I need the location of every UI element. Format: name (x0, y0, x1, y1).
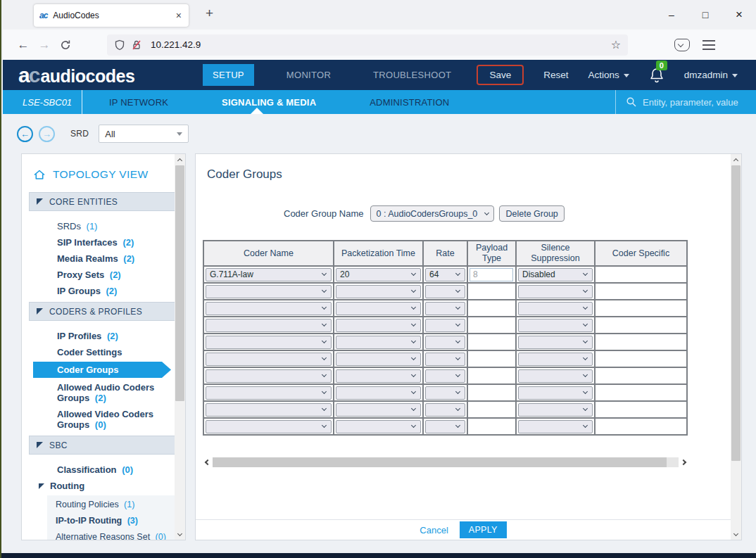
sidebar-section-coders-profiles[interactable]: CODERS & PROFILES (29, 302, 179, 321)
sidebar-scrollbar[interactable] (175, 154, 185, 540)
silence-suppression-select[interactable] (518, 302, 593, 315)
browser-tab[interactable]: ac AudioCodes × (34, 4, 189, 27)
coder-name-select[interactable]: G.711A-law (206, 268, 332, 281)
scroll-down-icon[interactable] (731, 529, 741, 540)
packetization-time-select[interactable] (336, 353, 421, 366)
cancel-button[interactable]: Cancel (420, 525, 448, 535)
coder-name-select[interactable] (206, 403, 332, 417)
tab-ip-network[interactable]: IP NETWORK (82, 97, 195, 108)
scroll-up-icon[interactable] (175, 154, 185, 165)
rate-select[interactable] (425, 336, 465, 349)
insecure-lock-icon[interactable] (131, 39, 142, 51)
rate-select[interactable] (425, 319, 465, 332)
coder-group-name-select[interactable]: 0 : AudioCodersGroups_0 (370, 205, 494, 222)
global-search[interactable] (615, 90, 756, 114)
packetization-time-select[interactable]: 20 (336, 268, 421, 281)
packetization-time-select[interactable] (336, 285, 421, 298)
scroll-left-icon[interactable] (203, 460, 213, 464)
sidebar-item-alternative-reasons-set[interactable]: Alternative Reasons Set (0) (47, 529, 179, 540)
silence-suppression-select[interactable] (518, 336, 593, 349)
coder-name-select[interactable] (206, 420, 332, 433)
sidebar-item-media-realms[interactable]: Media Realms (2) (22, 251, 185, 267)
browser-forward-button[interactable]: → (34, 38, 55, 52)
sidebar-section-core-entities[interactable]: CORE ENTITIES (29, 192, 179, 211)
rate-select[interactable] (425, 386, 465, 400)
audiocodes-logo[interactable]: ac audiocodes (18, 63, 187, 87)
notification-bell-icon[interactable]: 0 (649, 67, 664, 84)
rate-select[interactable] (425, 302, 465, 315)
packetization-time-select[interactable] (336, 336, 421, 349)
rate-select[interactable] (425, 285, 465, 298)
coder-name-select[interactable] (206, 319, 332, 332)
sidebar-item-allowed-audio-coders-groups[interactable]: Allowed Audio Coders Groups (2) (22, 379, 185, 406)
sidebar-item-routing[interactable]: Routing (22, 478, 185, 494)
search-input[interactable] (643, 97, 756, 108)
scroll-right-icon[interactable] (679, 460, 688, 464)
device-name[interactable]: LSE-SBC01 (23, 97, 73, 108)
coder-name-select[interactable] (206, 353, 332, 366)
navigate-back-icon[interactable]: ← (17, 126, 33, 142)
scrollbar-thumb[interactable] (175, 165, 184, 401)
navigate-forward-icon[interactable]: → (39, 126, 55, 142)
reload-icon[interactable] (55, 39, 76, 51)
silence-suppression-select[interactable] (518, 353, 593, 366)
menu-item-setup[interactable]: SETUP (203, 64, 254, 86)
silence-suppression-select[interactable] (518, 403, 593, 417)
rate-select[interactable] (425, 403, 465, 417)
coder-name-select[interactable] (206, 336, 332, 349)
shield-icon[interactable] (114, 39, 125, 51)
sidebar-item-ip-profiles[interactable]: IP Profiles (2) (22, 328, 185, 344)
actions-dropdown[interactable]: Actions (588, 70, 629, 80)
rate-select[interactable] (425, 420, 465, 433)
sidebar-item-ip-groups[interactable]: IP Groups (2) (22, 283, 185, 299)
window-maximize-button[interactable]: □ (688, 0, 722, 30)
menu-item-troubleshoot[interactable]: TROUBLESHOOT (363, 64, 461, 86)
sidebar-item-srds[interactable]: SRDs (1) (22, 218, 185, 234)
scrollbar-thumb[interactable] (213, 457, 667, 467)
sidebar-section-sbc[interactable]: SBC (29, 436, 179, 455)
silence-suppression-select[interactable] (518, 420, 593, 433)
save-button[interactable]: Save (477, 65, 524, 85)
window-close-button[interactable]: × (722, 0, 756, 30)
sidebar-item-proxy-sets[interactable]: Proxy Sets (2) (22, 267, 185, 283)
coder-name-select[interactable] (206, 369, 332, 383)
packetization-time-select[interactable] (336, 386, 421, 400)
menu-hamburger-icon[interactable] (703, 44, 715, 46)
packetization-time-select[interactable] (336, 302, 421, 315)
silence-suppression-select[interactable] (518, 369, 593, 383)
coder-name-select[interactable] (206, 285, 332, 298)
srd-select[interactable]: All (99, 125, 189, 143)
user-menu[interactable]: dmzadmin (684, 70, 738, 80)
sidebar-item-coder-groups[interactable]: Coder Groups (33, 362, 171, 378)
silence-suppression-select[interactable]: Disabled (518, 268, 593, 281)
packetization-time-select[interactable] (336, 403, 421, 417)
topology-view-link[interactable]: TOPOLOGY VIEW (33, 168, 185, 181)
sidebar-item-allowed-video-coders-groups[interactable]: Allowed Video Coders Groups (0) (22, 406, 185, 433)
scroll-up-icon[interactable] (731, 154, 741, 165)
scroll-down-icon[interactable] (175, 529, 185, 540)
sidebar-item-sip-interfaces[interactable]: SIP Interfaces (2) (22, 234, 185, 251)
coder-name-select[interactable] (206, 386, 332, 400)
scrollbar-track[interactable] (213, 457, 679, 467)
payload-type-input[interactable] (470, 268, 513, 281)
tab-signaling-media[interactable]: SIGNALING & MEDIA (195, 97, 343, 108)
url-bar[interactable]: 10.221.42.9 ☆ (107, 34, 628, 56)
menu-item-monitor[interactable]: MONITOR (277, 64, 341, 86)
silence-suppression-select[interactable] (518, 386, 593, 400)
sidebar-item-ip-to-ip-routing[interactable]: IP-to-IP Routing (3) (47, 513, 179, 529)
pocket-icon[interactable] (674, 39, 690, 51)
apply-button[interactable]: APPLY (460, 521, 507, 538)
tab-administration[interactable]: ADMINISTRATION (343, 97, 476, 108)
rate-select[interactable]: 64 (425, 268, 465, 281)
main-panel-scrollbar[interactable] (731, 154, 741, 540)
new-tab-button[interactable]: + (206, 6, 213, 21)
delete-group-button[interactable]: Delete Group (499, 205, 564, 222)
url-text[interactable]: 10.221.42.9 (151, 39, 611, 50)
browser-back-button[interactable]: ← (13, 38, 34, 52)
window-minimize-button[interactable]: – (655, 0, 688, 30)
packetization-time-select[interactable] (336, 420, 421, 433)
sidebar-item-routing-policies[interactable]: Routing Policies (1) (47, 497, 179, 513)
horizontal-scrollbar[interactable] (203, 457, 688, 468)
packetization-time-select[interactable] (336, 319, 421, 332)
sidebar-item-coder-settings[interactable]: Coder Settings (22, 344, 185, 360)
